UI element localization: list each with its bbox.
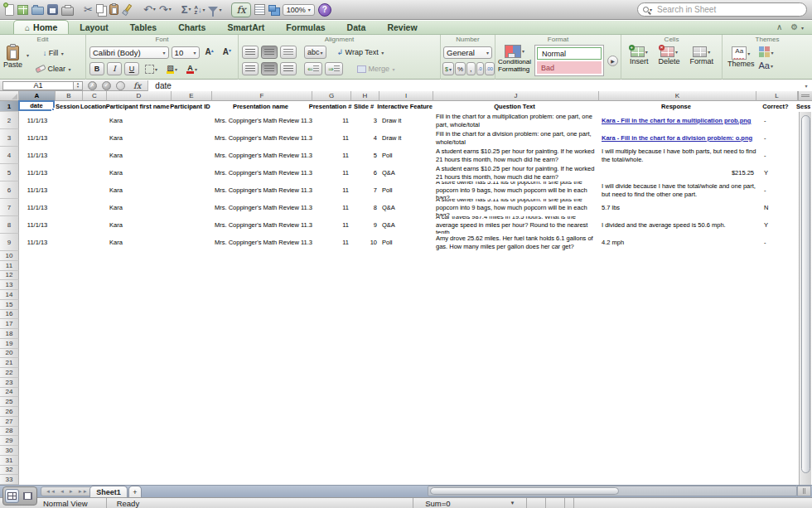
cell-H5[interactable]: 6	[351, 164, 379, 181]
row-header-10[interactable]: 10	[0, 251, 19, 261]
cell-C2[interactable]	[83, 112, 107, 129]
sum-indicator[interactable]: Sum=0	[425, 499, 450, 508]
number-format-combo[interactable]: General▾	[443, 46, 492, 59]
increase-decimal-button[interactable]: .0	[476, 62, 484, 75]
cell-A2[interactable]: 11/1/13	[19, 112, 56, 129]
formula-input[interactable]: date	[147, 80, 800, 91]
cell-J7[interactable]: A store owner has 5.11 lbs of popcorn. I…	[433, 199, 599, 216]
cell-D6[interactable]: Kara	[107, 181, 172, 199]
theme-colors-button[interactable]: ▾	[759, 46, 774, 58]
conditional-formatting-button[interactable]: ▾ ConditionalFormatting	[498, 45, 531, 73]
cell-styles-gallery[interactable]: Normal Bad	[534, 45, 604, 76]
cell-G5[interactable]: 11	[312, 164, 351, 181]
row-header-8[interactable]: 8	[0, 216, 19, 234]
paste-button[interactable]: Paste	[3, 46, 22, 75]
row-header-16[interactable]: 16	[0, 310, 19, 320]
cell-D3[interactable]: Kara	[107, 129, 172, 147]
help-icon[interactable]: ?	[318, 2, 331, 18]
cell-G8[interactable]: 11	[312, 216, 351, 234]
align-bottom-button[interactable]	[280, 46, 297, 59]
cell-A7[interactable]: 11/1/13	[19, 199, 56, 216]
cell-E1[interactable]: Participant ID	[170, 101, 210, 112]
cell-J1[interactable]: Question Text	[432, 101, 597, 112]
column-header-H[interactable]: H	[351, 91, 379, 101]
align-middle-button[interactable]	[261, 46, 278, 59]
cell-G2[interactable]: 11	[312, 112, 351, 129]
cell-G4[interactable]: 11	[312, 147, 351, 164]
scrollbar-split-handle[interactable]	[798, 91, 812, 101]
merge-button[interactable]: Merge ▾	[354, 62, 399, 75]
cell-C8[interactable]	[83, 216, 107, 234]
cell-D1[interactable]: Participant first name	[105, 101, 170, 112]
cell-F1[interactable]: Presentation name	[210, 101, 311, 112]
media-browser-icon[interactable]	[268, 2, 279, 18]
cell-K2[interactable]: Kara - Fill in the chart for a multiplic…	[599, 112, 756, 129]
percent-button[interactable]: %	[455, 62, 466, 75]
cell-E7[interactable]	[172, 199, 212, 216]
row-header-6[interactable]: 6	[0, 181, 19, 199]
name-box-stepper[interactable]: ▲▼	[74, 81, 83, 90]
clear-button[interactable]: Clear ▾	[32, 62, 75, 75]
cell-E9[interactable]	[172, 234, 212, 251]
copy-icon[interactable]	[96, 2, 106, 18]
cell-H3[interactable]: 4	[351, 129, 379, 147]
template-gallery-icon[interactable]	[17, 2, 28, 18]
cell-C6[interactable]	[83, 181, 107, 199]
cell-I9[interactable]: Poll	[379, 234, 433, 251]
column-header-L[interactable]: L	[756, 91, 798, 101]
cell-K4[interactable]: I will multiply because I have both part…	[599, 147, 756, 164]
row-header-7[interactable]: 7	[0, 199, 19, 216]
column-header-J[interactable]: J	[433, 91, 599, 101]
underline-button[interactable]: U	[124, 62, 139, 75]
response-link[interactable]: Kara - Fill in the chart for a multiplic…	[602, 117, 751, 125]
cell-B9[interactable]	[56, 234, 83, 251]
horizontal-scrollbar[interactable]	[428, 486, 797, 496]
row-header-14[interactable]: 14	[0, 290, 19, 300]
row-header-11[interactable]: 11	[0, 261, 19, 271]
themes-button[interactable]: Aa■■■■▾ Themes	[727, 46, 755, 68]
cell-I2[interactable]: Draw it	[379, 112, 433, 129]
search-input[interactable]: ▾ Search in Sheet	[637, 2, 807, 17]
cell-H8[interactable]: 9	[351, 216, 379, 234]
cell-B8[interactable]	[56, 216, 83, 234]
cell-I7[interactable]: Q&A	[379, 199, 433, 216]
column-header-E[interactable]: E	[172, 91, 212, 101]
fill-color-button[interactable]: ▧▾	[163, 62, 181, 75]
cell-J3[interactable]: Fill in the chart for a division problem…	[433, 129, 599, 147]
cell-E4[interactable]	[172, 147, 212, 164]
cell-A3[interactable]: 11/1/13	[19, 129, 56, 147]
cell-B4[interactable]	[56, 147, 83, 164]
comma-button[interactable]: ,	[466, 62, 476, 75]
cell-C3[interactable]	[83, 129, 107, 147]
fill-button[interactable]: ↓ Fill ▾	[32, 46, 75, 60]
cell-I5[interactable]: Q&A	[379, 164, 433, 181]
show-list-icon[interactable]	[254, 2, 265, 18]
font-color-button[interactable]: A▾	[183, 62, 201, 75]
align-left-button[interactable]	[242, 62, 259, 75]
cell-I8[interactable]: Q&A	[379, 216, 433, 234]
cell-K7[interactable]: 5.7 lbs	[599, 199, 756, 216]
cell-G9[interactable]: 11	[312, 234, 351, 251]
row-header-13[interactable]: 13	[0, 280, 19, 290]
cell-D9[interactable]: Kara	[107, 234, 172, 251]
cell-C9[interactable]	[83, 234, 107, 251]
name-box[interactable]: A1	[2, 81, 74, 90]
cell-D5[interactable]: Kara	[107, 164, 172, 181]
cell-G6[interactable]: 11	[312, 181, 351, 199]
cell-H6[interactable]: 7	[351, 181, 379, 199]
tab-data[interactable]: Data	[336, 21, 377, 34]
cell-D8[interactable]: Kara	[107, 216, 172, 234]
cell-I4[interactable]: Poll	[379, 147, 433, 164]
first-sheet-icon[interactable]: ◄◄	[44, 489, 57, 494]
row-header-3[interactable]: 3	[0, 129, 19, 147]
cell-D4[interactable]: Kara	[107, 147, 172, 164]
cell-L4[interactable]: -	[756, 147, 798, 164]
sum-menu-arrow[interactable]: ▼	[510, 501, 515, 506]
font-size-combo[interactable]: 10▾	[172, 46, 200, 59]
cell-E3[interactable]	[172, 129, 212, 147]
cell-F7[interactable]: Mrs. Coppinger's Math Review 11.30	[212, 199, 312, 216]
normal-view-button[interactable]	[5, 489, 19, 503]
orientation-button[interactable]: abc▾	[304, 46, 326, 59]
row-header-29[interactable]: 29	[0, 436, 19, 446]
cell-M1-partial[interactable]: Sess	[796, 101, 810, 112]
